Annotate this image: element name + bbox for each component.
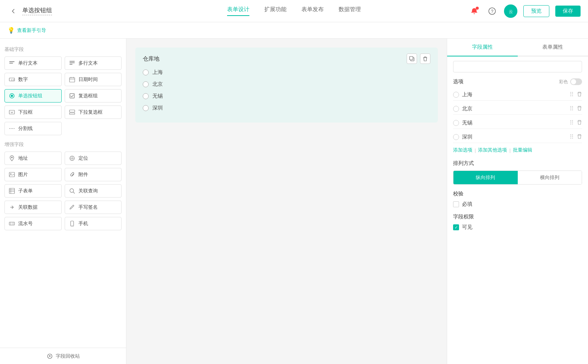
number-icon: 123 (9, 76, 15, 83)
field-address[interactable]: 地址 (4, 152, 62, 165)
field-datetime-label: 日期时间 (78, 76, 98, 83)
svg-rect-6 (70, 61, 75, 62)
field-handwriting[interactable]: 手写签名 (65, 201, 122, 214)
field-related-data[interactable]: 关联数据 (4, 201, 62, 214)
required-checkbox[interactable] (453, 201, 459, 207)
notification-icon[interactable] (468, 5, 480, 17)
search-input[interactable] (453, 61, 582, 72)
field-divider[interactable]: 分割线 (4, 122, 62, 135)
field-related-query-label: 关联查询 (78, 188, 98, 194)
permission-section-title: 字段权限 (453, 214, 582, 220)
option-row-3: 深圳 ⠿ (453, 131, 582, 143)
page-title: 单选按钮组 (22, 7, 52, 15)
field-number[interactable]: 123 数字 (4, 73, 62, 86)
option-drag-1[interactable]: ⠿ (569, 105, 574, 112)
field-checkbox[interactable]: 复选框组 (65, 89, 122, 103)
field-subform[interactable]: 子表单 (4, 184, 62, 198)
option-text-0: 上海 (462, 91, 566, 98)
svg-rect-34 (9, 222, 14, 225)
radio-option-2[interactable]: 无锡 (143, 93, 430, 100)
sort-vertical-btn[interactable]: 纵向排列 (453, 171, 518, 184)
enhanced-section-title: 增强字段 (4, 141, 122, 148)
recycle-bar[interactable]: 字段回收站 (0, 348, 126, 364)
svg-rect-18 (9, 110, 14, 114)
field-divider-label: 分割线 (18, 125, 33, 132)
svg-text:123: 123 (11, 78, 15, 82)
nav-item-publish[interactable]: 表单发布 (301, 6, 324, 16)
field-image[interactable]: 图片 (4, 168, 62, 181)
option-delete-2[interactable] (577, 120, 582, 126)
svg-text:云: 云 (509, 9, 513, 14)
nav-item-form-design[interactable]: 表单设计 (227, 6, 249, 16)
add-other-link[interactable]: 添加其他选项 (478, 147, 507, 153)
field-phone[interactable]: 手机 (65, 217, 122, 230)
user-avatar[interactable]: 云 (504, 4, 517, 18)
save-button[interactable]: 保存 (555, 6, 581, 17)
bulb-icon: 💡 (7, 27, 15, 34)
svg-rect-4 (9, 61, 14, 62)
option-row-2: 无锡 ⠿ (453, 117, 582, 129)
field-location[interactable]: 定位 (65, 152, 122, 165)
field-datetime[interactable]: 日期时间 (65, 73, 122, 86)
color-toggle[interactable]: 彩色 (559, 78, 582, 85)
multi-line-icon (69, 60, 75, 66)
nav-item-data[interactable]: 数据管理 (339, 6, 361, 16)
location-icon (69, 155, 75, 162)
sort-section: 排列方式 纵向排列 横向排列 (453, 160, 582, 185)
validate-section-title: 校验 (453, 191, 582, 197)
divider-icon (9, 125, 15, 132)
form-card: 仓库地 上海 北京 无锡 (135, 48, 438, 123)
field-radio[interactable]: 单选按钮组 (4, 89, 62, 103)
nav-item-extend[interactable]: 扩展功能 (264, 6, 287, 16)
option-radio-1[interactable] (453, 106, 459, 112)
field-single-line[interactable]: 单行文本 (4, 56, 62, 70)
option-radio-3[interactable] (453, 134, 459, 140)
add-option-link[interactable]: 添加选项 (453, 147, 472, 153)
radio-label-3: 深圳 (152, 105, 163, 111)
radio-option-3[interactable]: 深圳 (143, 105, 430, 111)
field-serial[interactable]: 流水号 (4, 217, 62, 230)
svg-point-32 (70, 189, 74, 192)
back-button[interactable] (7, 5, 19, 17)
preview-button[interactable]: 预览 (523, 5, 549, 17)
option-drag-0[interactable]: ⠿ (569, 91, 574, 98)
radio-option-1[interactable]: 北京 (143, 81, 430, 88)
color-toggle-switch[interactable] (570, 78, 582, 85)
option-radio-2[interactable] (453, 120, 459, 126)
field-related-query[interactable]: 关联查询 (65, 184, 122, 198)
sort-buttons: 纵向排列 横向排列 (453, 170, 582, 185)
field-attachment[interactable]: 附件 (65, 168, 122, 181)
radio-option-0[interactable]: 上海 (143, 69, 430, 76)
option-drag-2[interactable]: ⠿ (569, 119, 574, 126)
visible-checkbox[interactable]: ✓ (453, 224, 459, 230)
option-radio-0[interactable] (453, 92, 459, 98)
datetime-icon (69, 76, 75, 83)
batch-edit-link[interactable]: 批量编辑 (513, 147, 532, 153)
field-number-label: 数字 (18, 76, 28, 83)
sep-1: | (475, 147, 476, 153)
basic-fields-grid: 单行文本 多行文本 123 数字 日期时间 (4, 56, 122, 135)
guide-link[interactable]: 💡 查看新手引导 (7, 27, 46, 34)
help-icon[interactable]: ? (486, 5, 498, 17)
option-delete-1[interactable] (577, 105, 582, 112)
field-multi-dropdown[interactable]: 下拉复选框 (65, 105, 122, 119)
svg-point-16 (11, 95, 13, 97)
tab-form-props[interactable]: 表单属性 (518, 39, 588, 56)
header-actions: ? 云 预览 保存 (468, 4, 581, 18)
form-card-title: 仓库地 (143, 55, 159, 62)
sort-label: 排列方式 (453, 160, 474, 167)
field-multi-line[interactable]: 多行文本 (65, 56, 122, 70)
svg-rect-28 (9, 188, 14, 194)
options-label: 选项 (453, 78, 463, 85)
delete-button[interactable] (420, 53, 430, 64)
copy-button[interactable] (407, 53, 417, 64)
tab-field-props[interactable]: 字段属性 (447, 39, 518, 56)
radio-label-1: 北京 (152, 81, 163, 88)
option-delete-0[interactable] (577, 91, 582, 98)
field-dropdown[interactable]: 下拉框 (4, 105, 62, 119)
option-drag-3[interactable]: ⠿ (569, 133, 574, 140)
sep-2: | (509, 147, 510, 153)
main-layout: 基础字段 单行文本 多行文本 123 数字 (0, 39, 588, 364)
option-delete-3[interactable] (577, 134, 582, 140)
sort-horizontal-btn[interactable]: 横向排列 (518, 171, 582, 184)
